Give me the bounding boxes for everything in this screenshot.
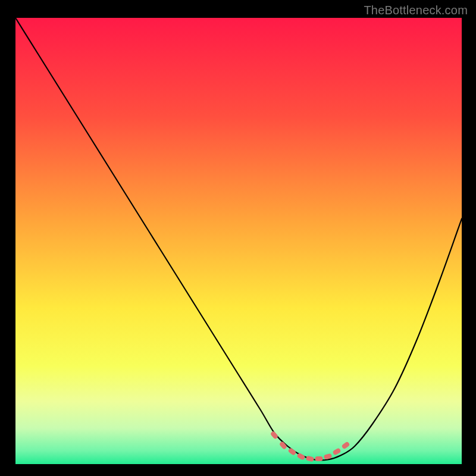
- chart-background: [15, 18, 462, 464]
- chart-frame: TheBottleneck.com: [0, 0, 476, 476]
- highlight-mark: [315, 456, 323, 461]
- chart-plot: [15, 18, 462, 464]
- chart-svg: [15, 18, 462, 464]
- watermark-text: TheBottleneck.com: [364, 4, 468, 17]
